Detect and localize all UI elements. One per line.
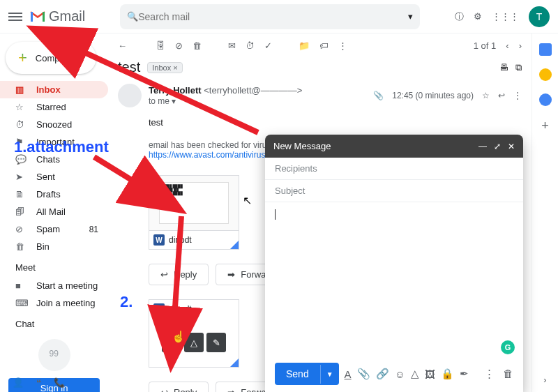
discard-draft-icon[interactable]: 🗑 — [503, 368, 513, 380]
confidential-icon[interactable]: 🔒 — [441, 368, 454, 380]
insert-link-icon[interactable]: 🔗 — [376, 368, 389, 380]
compose-body[interactable] — [265, 202, 523, 356]
close-icon[interactable]: ✕ — [508, 142, 515, 151]
maximize-icon[interactable]: ⤢ — [494, 142, 501, 151]
recipients-field[interactable]: Recipients — [265, 158, 523, 180]
minimize-icon[interactable]: — — [478, 142, 487, 151]
subject-field[interactable]: Subject — [265, 180, 523, 202]
insert-photo-icon[interactable]: 🖼 — [425, 368, 435, 380]
attach-file-icon[interactable]: 📎 — [357, 368, 370, 380]
formatting-icon[interactable]: A — [345, 368, 352, 380]
send-button[interactable]: Send ▼ — [275, 363, 339, 385]
mouse-cursor: ↖ — [243, 194, 252, 207]
compose-title: New Message — [273, 141, 331, 151]
svg-line-3 — [94, 157, 140, 185]
insert-drive-icon[interactable]: △ — [411, 368, 419, 380]
compose-more-icon[interactable]: ⋮ — [484, 368, 495, 380]
compose-footer: Send ▼ A 📎 🔗 ☺ △ 🖼 🔒 ✒ ⋮ 🗑 — [265, 356, 523, 392]
send-options-icon[interactable]: ▼ — [320, 365, 339, 384]
svg-line-4 — [174, 216, 181, 317]
compose-window: New Message — ⤢ ✕ Recipients Subject G S… — [265, 135, 523, 392]
insert-emoji-icon[interactable]: ☺ — [395, 368, 405, 380]
grammarly-icon[interactable]: G — [501, 340, 515, 354]
svg-line-2 — [77, 49, 258, 133]
compose-titlebar[interactable]: New Message — ⤢ ✕ — [265, 135, 523, 158]
insert-signature-icon[interactable]: ✒ — [460, 368, 469, 380]
mouse-cursor-hand: ☝ — [172, 330, 186, 343]
